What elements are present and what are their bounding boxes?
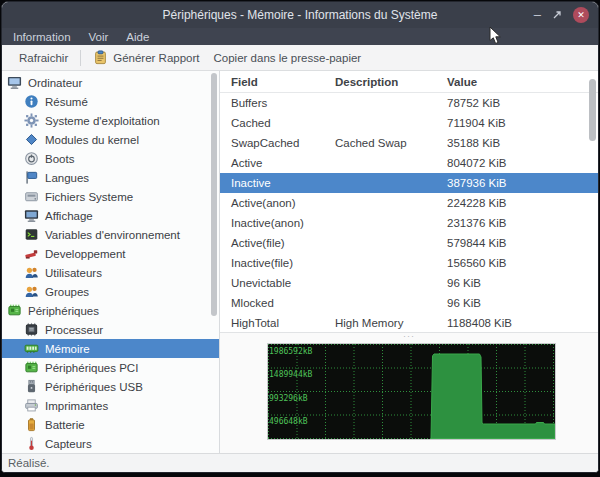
sidebar-item-langues[interactable]: Langues bbox=[2, 168, 219, 187]
table-row[interactable]: HighTotalHigh Memory1188408 KiB bbox=[220, 313, 598, 333]
table-row[interactable]: Active(file)579844 KiB bbox=[220, 233, 598, 253]
power-icon bbox=[24, 151, 39, 166]
sidebar-item-imprimantes[interactable]: Imprimantes bbox=[2, 396, 219, 415]
column-header-value[interactable]: Value bbox=[447, 76, 598, 88]
cell-field: Unevictable bbox=[220, 277, 335, 289]
cell-value: 387936 KiB bbox=[447, 177, 598, 189]
sidebar-item-utilisateurs[interactable]: Utilisateurs bbox=[2, 263, 219, 282]
sidebar-item-label: Capteurs bbox=[45, 438, 92, 450]
main-area: OrdinateurRésuméSysteme d'exploitationMo… bbox=[2, 71, 598, 453]
sidebar-item-label: Groupes bbox=[45, 286, 89, 298]
terminal-icon bbox=[24, 227, 39, 242]
generate-report-button[interactable]: Générer Rapport bbox=[86, 47, 206, 68]
cell-value: 35188 KiB bbox=[447, 137, 598, 149]
sidebar-item-label: Ordinateur bbox=[28, 77, 82, 89]
column-header-description[interactable]: Description bbox=[335, 76, 447, 88]
sidebar-item-modules-kernel[interactable]: Modules du kernel bbox=[2, 130, 219, 149]
table-row[interactable]: Inactive(file)156560 KiB bbox=[220, 253, 598, 273]
toolbar-button-label: Générer Rapport bbox=[113, 52, 199, 64]
cell-field: HighTotal bbox=[220, 317, 335, 329]
table-row[interactable]: Inactive387936 KiB bbox=[220, 173, 598, 193]
cell-field: Active(file) bbox=[220, 237, 335, 249]
users-icon bbox=[24, 284, 39, 299]
menu-item-aide[interactable]: Aide bbox=[117, 28, 158, 45]
maximize-button[interactable] bbox=[552, 10, 562, 20]
computer-icon bbox=[7, 75, 22, 90]
sidebar-item-peripheriques[interactable]: Périphériques bbox=[2, 301, 219, 320]
display-icon bbox=[24, 208, 39, 223]
cell-field: SwapCached bbox=[220, 137, 335, 149]
svg-text:496648kB: 496648kB bbox=[269, 417, 308, 426]
sidebar-item-affichage[interactable]: Affichage bbox=[2, 206, 219, 225]
chip-icon bbox=[24, 360, 39, 375]
sidebar-item-resume[interactable]: Résumé bbox=[2, 92, 219, 111]
clipboard-icon bbox=[93, 50, 108, 65]
sidebar-item-processeur[interactable]: Processeur bbox=[2, 320, 219, 339]
sidebar-item-fichiers-systeme[interactable]: Fichiers Systeme bbox=[2, 187, 219, 206]
column-header-field[interactable]: Field bbox=[220, 76, 335, 88]
toolbar-button-label: Rafraichir bbox=[19, 52, 68, 64]
menu-item-information[interactable]: Information bbox=[4, 28, 80, 45]
table-row[interactable]: Active804072 KiB bbox=[220, 153, 598, 173]
sidebar-item-peripheriques-pci[interactable]: Périphériques PCI bbox=[2, 358, 219, 377]
sidebar-item-memoire[interactable]: Mémoire bbox=[2, 339, 219, 358]
sidebar-item-label: Langues bbox=[45, 172, 89, 184]
sidebar-item-capteurs[interactable]: Capteurs bbox=[2, 434, 219, 453]
tools-icon bbox=[24, 246, 39, 261]
cell-value: 804072 KiB bbox=[447, 157, 598, 169]
drive-icon bbox=[24, 189, 39, 204]
cell-field: Mlocked bbox=[220, 297, 335, 309]
table-header: Field Description Value bbox=[220, 71, 598, 93]
sidebar-item-groupes[interactable]: Groupes bbox=[2, 282, 219, 301]
splitter-handle-icon: ··· bbox=[403, 335, 415, 338]
sidebar-item-label: Affichage bbox=[45, 210, 93, 222]
cell-field: Active(anon) bbox=[220, 197, 335, 209]
sidebar-item-label: Processeur bbox=[45, 324, 103, 336]
sidebar-item-label: Périphériques bbox=[28, 305, 99, 317]
cell-field: Cached bbox=[220, 117, 335, 129]
cell-field: Buffers bbox=[220, 97, 335, 109]
sidebar-item-batterie[interactable]: Batterie bbox=[2, 415, 219, 434]
sidebar-item-systeme-exploitation[interactable]: Systeme d'exploitation bbox=[2, 111, 219, 130]
sidebar-item-variables-environnement[interactable]: Variables d'environnement bbox=[2, 225, 219, 244]
cell-description: High Memory bbox=[335, 317, 447, 329]
sidebar-item-developpement[interactable]: Developpement bbox=[2, 244, 219, 263]
table-row[interactable]: Buffers78752 KiB bbox=[220, 93, 598, 113]
cell-field: Active bbox=[220, 157, 335, 169]
kernel-icon bbox=[24, 132, 39, 147]
info-icon bbox=[24, 94, 39, 109]
users-icon bbox=[24, 265, 39, 280]
sidebar-item-label: Imprimantes bbox=[45, 400, 108, 412]
sidebar-tree: OrdinateurRésuméSysteme d'exploitationMo… bbox=[2, 71, 220, 453]
cell-value: 579844 KiB bbox=[447, 237, 598, 249]
sidebar-item-boots[interactable]: Boots bbox=[2, 149, 219, 168]
titlebar[interactable]: Périphériques - Mémoire - Informations d… bbox=[2, 2, 598, 28]
table-row[interactable]: Mlocked96 KiB bbox=[220, 293, 598, 313]
table-row[interactable]: SwapCachedCached Swap35188 KiB bbox=[220, 133, 598, 153]
cell-description: Cached Swap bbox=[335, 137, 447, 149]
table-row[interactable]: Unevictable96 KiB bbox=[220, 273, 598, 293]
refresh-button[interactable]: Rafraichir bbox=[12, 49, 75, 67]
table-body: Buffers78752 KiBCached711904 KiBSwapCach… bbox=[220, 93, 598, 333]
sidebar-item-peripheriques-usb[interactable]: Périphériques USB bbox=[2, 377, 219, 396]
graph-pane: 1986592kB1489944kB993296kB496648kB bbox=[220, 339, 598, 453]
table-row[interactable]: Cached711904 KiB bbox=[220, 113, 598, 133]
svg-text:993296kB: 993296kB bbox=[269, 394, 308, 403]
cell-field: Inactive(anon) bbox=[220, 217, 335, 229]
copy-clipboard-button[interactable]: Copier dans le presse-papier bbox=[207, 49, 369, 67]
sidebar-scrollbar[interactable] bbox=[211, 73, 217, 316]
close-button[interactable]: ✕ bbox=[573, 7, 589, 23]
content-pane: Field Description Value Buffers78752 KiB… bbox=[220, 71, 598, 453]
cell-value: 224228 KiB bbox=[447, 197, 598, 209]
table-row[interactable]: Active(anon)224228 KiB bbox=[220, 193, 598, 213]
table-row[interactable]: Inactive(anon)231376 KiB bbox=[220, 213, 598, 233]
battery-icon bbox=[24, 417, 39, 432]
minimize-button[interactable]: – bbox=[534, 10, 541, 20]
sidebar-item-label: Fichiers Systeme bbox=[45, 191, 133, 203]
table-scrollbar[interactable] bbox=[589, 79, 596, 141]
usb-icon bbox=[24, 379, 39, 394]
sidebar-item-label: Modules du kernel bbox=[45, 134, 139, 146]
sidebar-item-ordinateur[interactable]: Ordinateur bbox=[2, 73, 219, 92]
status-text: Réalisé. bbox=[8, 457, 50, 469]
menu-item-voir[interactable]: Voir bbox=[80, 28, 118, 45]
